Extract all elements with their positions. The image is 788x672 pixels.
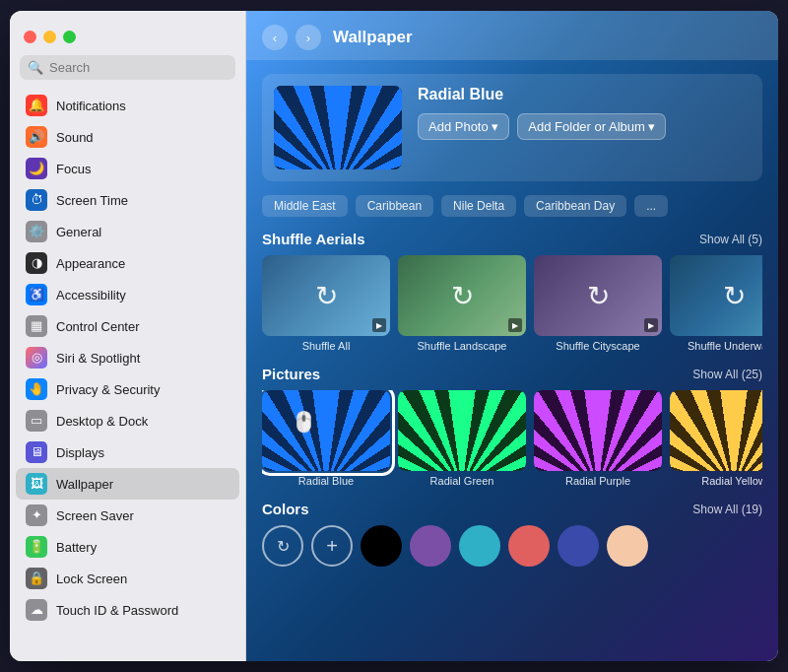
aerial-category-caribbean-day[interactable]: Caribbean Day <box>524 195 626 217</box>
sidebar-label-sound: Sound <box>56 130 94 145</box>
main-content: ‹ › Wallpaper Radial Blue Add Photo ▾ Ad… <box>246 11 778 661</box>
back-button[interactable]: ‹ <box>262 25 288 50</box>
add-photo-button[interactable]: Add Photo ▾ <box>418 113 509 140</box>
sidebar-item-screen-saver[interactable]: ✦ Screen Saver <box>16 500 239 531</box>
pictures-section: Pictures Show All (25) 🖱️ Radial Blue <box>262 366 762 487</box>
sidebar-label-appearance: Appearance <box>56 256 125 271</box>
shuffle-aerials-show-all[interactable]: Show All (5) <box>699 233 762 246</box>
pictures-show-all[interactable]: Show All (25) <box>692 368 762 381</box>
thumb-shuffle-landscape[interactable]: ↻ ▶ Shuffle Landscape <box>398 255 526 352</box>
shuffle-aerials-row: ↻ ▶ Shuffle All ↻ ▶ Shuffle Landscape <box>262 255 762 352</box>
sidebar-item-siri[interactable]: ◎ Siri & Spotlight <box>16 342 239 373</box>
thumb-radial-blue[interactable]: 🖱️ Radial Blue <box>262 390 390 487</box>
close-button[interactable] <box>24 31 36 43</box>
color-peach[interactable] <box>607 525 648 567</box>
thumb-label-radial-green: Radial Green <box>430 475 494 487</box>
aerial-category-middle-east[interactable]: Middle East <box>262 195 348 217</box>
color-teal[interactable] <box>459 525 500 567</box>
preview-info: Radial Blue Add Photo ▾ Add Folder or Al… <box>418 86 751 140</box>
sidebar-item-displays[interactable]: 🖥 Displays <box>16 437 239 468</box>
color-navy[interactable] <box>558 525 599 567</box>
shuffle-aerials-section: Shuffle Aerials Show All (5) ↻ ▶ Shuffle… <box>262 231 762 352</box>
thumb-radial-purple[interactable]: Radial Purple <box>534 390 662 487</box>
page-title: Wallpaper <box>333 28 413 47</box>
sidebar-item-focus[interactable]: 🌙 Focus <box>16 153 239 184</box>
thumb-radial-green[interactable]: Radial Green <box>398 390 526 487</box>
sidebar-item-screen-time[interactable]: ⏱ Screen Time <box>16 184 239 216</box>
scroll-area[interactable]: Radial Blue Add Photo ▾ Add Folder or Al… <box>246 60 778 661</box>
thumb-radial-yellow[interactable]: Radial Yellow <box>670 390 762 487</box>
sidebar-label-accessibility: Accessibility <box>56 288 126 302</box>
sidebar-icon-displays: 🖥 <box>26 441 47 463</box>
sidebar-icon-sound: 🔊 <box>26 126 47 148</box>
wallpaper-name: Radial Blue <box>418 86 751 103</box>
sidebar-label-general: General <box>56 225 101 239</box>
color-black[interactable] <box>361 525 402 567</box>
add-folder-button[interactable]: Add Folder or Album ▾ <box>517 113 666 140</box>
search-icon: 🔍 <box>28 60 43 75</box>
sidebar-icon-battery: 🔋 <box>26 536 47 558</box>
thumb-label-shuffle-underwater: Shuffle Underwater <box>688 340 762 352</box>
search-box[interactable]: 🔍 <box>20 55 235 80</box>
sidebar-label-desktop-dock: Desktop & Dock <box>56 414 148 429</box>
sidebar-item-wallpaper[interactable]: 🖼 Wallpaper <box>16 468 239 500</box>
colors-header: Colors Show All (19) <box>262 501 762 517</box>
sidebar-label-notifications: Notifications <box>56 99 126 113</box>
sidebar-label-lock-screen: Lock Screen <box>56 571 127 586</box>
sidebar-label-battery: Battery <box>56 540 97 555</box>
aerial-categories-row: Middle East Caribbean Nile Delta Caribbe… <box>262 195 762 217</box>
sidebar-icon-general: ⚙️ <box>26 221 47 242</box>
sidebar-items: 🔔 Notifications 🔊 Sound 🌙 Focus ⏱ Screen… <box>10 90 245 626</box>
sidebar-item-lock-screen[interactable]: 🔒 Lock Screen <box>16 563 239 594</box>
sidebar-item-privacy[interactable]: 🤚 Privacy & Security <box>16 373 239 405</box>
aerial-category-more[interactable]: ... <box>634 195 668 217</box>
sidebar-item-sound[interactable]: 🔊 Sound <box>16 121 239 153</box>
sidebar-icon-control-center: ▦ <box>26 315 47 337</box>
sidebar-label-focus: Focus <box>56 162 91 176</box>
sidebar-icon-touch-id: ☁ <box>26 599 47 621</box>
colors-title: Colors <box>262 501 309 517</box>
sidebar-item-desktop-dock[interactable]: ▭ Desktop & Dock <box>16 405 239 437</box>
sidebar-icon-siri: ◎ <box>26 347 47 369</box>
sidebar-item-appearance[interactable]: ◑ Appearance <box>16 247 239 279</box>
color-purple[interactable] <box>410 525 451 567</box>
thumb-shuffle-underwater[interactable]: ↻ ▶ Shuffle Underwater <box>670 255 762 352</box>
sidebar-item-accessibility[interactable]: ♿ Accessibility <box>16 279 239 310</box>
forward-button[interactable]: › <box>296 25 321 50</box>
aerial-category-caribbean[interactable]: Caribbean <box>356 195 433 217</box>
color-coral[interactable] <box>508 525 550 567</box>
sidebar-item-battery[interactable]: 🔋 Battery <box>16 531 239 563</box>
colors-row: ↻ + <box>262 525 762 567</box>
search-input[interactable] <box>49 60 228 75</box>
sidebar-icon-privacy: 🤚 <box>26 378 47 400</box>
thumb-label-radial-purple: Radial Purple <box>565 475 630 487</box>
wallpaper-preview: Radial Blue Add Photo ▾ Add Folder or Al… <box>262 74 762 181</box>
sidebar-label-privacy: Privacy & Security <box>56 382 160 397</box>
color-shuffle-button[interactable]: ↻ <box>262 525 303 567</box>
sidebar-label-touch-id: Touch ID & Password <box>56 603 178 618</box>
sidebar-label-wallpaper: Wallpaper <box>56 477 113 492</box>
sidebar-item-notifications[interactable]: 🔔 Notifications <box>16 90 239 121</box>
preview-buttons: Add Photo ▾ Add Folder or Album ▾ <box>418 113 751 140</box>
colors-show-all[interactable]: Show All (19) <box>692 503 762 516</box>
thumb-shuffle-cityscape[interactable]: ↻ ▶ Shuffle Cityscape <box>534 255 662 352</box>
sidebar-icon-lock-screen: 🔒 <box>26 568 47 589</box>
aerial-category-nile-delta[interactable]: Nile Delta <box>441 195 516 217</box>
thumb-shuffle-all[interactable]: ↻ ▶ Shuffle All <box>262 255 390 352</box>
fullscreen-button[interactable] <box>63 31 76 43</box>
sidebar-icon-screen-time: ⏱ <box>26 189 47 211</box>
traffic-lights <box>10 23 245 55</box>
sidebar-icon-accessibility: ♿ <box>26 284 47 305</box>
color-add-button[interactable]: + <box>311 525 353 567</box>
sidebar-item-general[interactable]: ⚙️ General <box>16 216 239 247</box>
sidebar-item-touch-id[interactable]: ☁ Touch ID & Password <box>16 594 239 626</box>
thumb-label-radial-yellow: Radial Yellow <box>701 475 762 487</box>
sidebar-icon-desktop-dock: ▭ <box>26 410 47 432</box>
sidebar: 🔍 🔔 Notifications 🔊 Sound 🌙 Focus ⏱ Scre… <box>10 11 246 661</box>
sidebar-item-control-center[interactable]: ▦ Control Center <box>16 310 239 342</box>
pictures-header: Pictures Show All (25) <box>262 366 762 382</box>
thumb-label-shuffle-cityscape: Shuffle Cityscape <box>556 340 639 352</box>
minimize-button[interactable] <box>43 31 56 43</box>
sidebar-label-screen-saver: Screen Saver <box>56 508 134 523</box>
sidebar-icon-notifications: 🔔 <box>26 95 47 116</box>
